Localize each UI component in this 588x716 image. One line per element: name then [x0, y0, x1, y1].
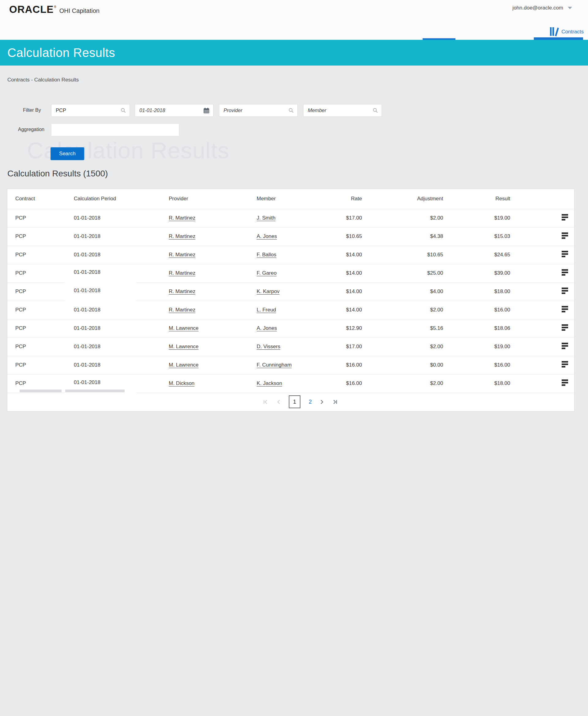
col-header-rate: Rate [333, 189, 362, 209]
menu-icon[interactable] [562, 305, 568, 313]
cell-rate: $14.00 [333, 246, 362, 264]
member-link[interactable]: A. Jones [257, 233, 277, 239]
table-header-row: Contract Calculation Period Provider Mem… [7, 189, 574, 209]
member-link[interactable]: F. Cunningham [257, 362, 292, 368]
cell-rate: $14.00 [333, 264, 362, 282]
cell-result: $16.00 [443, 356, 510, 374]
provider-filter-placeholder: Provider [224, 107, 289, 113]
previous-page-icon[interactable] [276, 399, 280, 404]
col-header-adjustment: Adjustment [362, 189, 443, 209]
member-filter-input[interactable]: Member [303, 104, 382, 117]
table-row: PCP 01-01-2018 M. Lawrence A. Jones $12.… [7, 319, 574, 337]
cell-provider: R. Martinez [169, 209, 257, 227]
cell-member: D. Vissers [257, 337, 333, 356]
aggregation-input[interactable] [51, 123, 179, 136]
menu-icon[interactable] [562, 213, 568, 222]
cell-rate: $17.00 [333, 337, 362, 356]
cell-result: $24.65 [443, 246, 510, 264]
menu-icon[interactable] [562, 342, 568, 350]
cell-provider: M. Lawrence [169, 356, 257, 374]
caret-down-icon [568, 7, 572, 9]
cell-adjustment: $4.00 [362, 282, 443, 301]
member-link[interactable]: L. Freud [257, 307, 276, 313]
menu-icon[interactable] [562, 232, 568, 240]
provider-link[interactable]: R. Martinez [169, 215, 195, 221]
cell-contract: PCP [7, 246, 74, 264]
provider-filter-input[interactable]: Provider [219, 104, 298, 117]
provider-link[interactable]: R. Martinez [169, 270, 195, 276]
magnifier-icon[interactable] [289, 108, 294, 113]
active-tab-underline [534, 37, 583, 40]
member-link[interactable]: F. Gareo [257, 270, 276, 276]
cell-adjustment: $5.16 [362, 319, 443, 337]
period-filter-input[interactable]: 01-01-2018 [135, 104, 213, 117]
provider-link[interactable]: R. Martinez [169, 233, 195, 239]
user-menu[interactable]: john.doe@oracle.com [512, 5, 572, 11]
cell-actions [510, 264, 574, 282]
cell-result: $18.06 [443, 319, 510, 337]
cell-rate: $16.00 [333, 356, 362, 374]
provider-link[interactable]: R. Martinez [169, 289, 195, 294]
menu-icon[interactable] [562, 268, 568, 276]
member-link[interactable]: K. Jackson [257, 380, 282, 386]
calendar-icon[interactable] [203, 107, 209, 113]
cell-adjustment: $0.00 [362, 356, 443, 374]
cell-member: F. Gareo [257, 264, 333, 282]
cell-contract: PCP [7, 227, 74, 246]
menu-icon[interactable] [562, 287, 568, 295]
first-page-icon[interactable] [263, 399, 268, 404]
member-link[interactable]: J. Smith [257, 215, 275, 221]
cell-member: F. Cunningham [257, 356, 333, 374]
provider-link[interactable]: R. Martinez [169, 252, 195, 257]
cell-contract: PCP [7, 209, 74, 227]
cell-calculation-period: 01-01-2018 [74, 227, 169, 246]
brand: ORACLE® OHI Capitation [9, 4, 100, 15]
cell-adjustment: $2.00 [362, 374, 443, 393]
cell-result: $18.00 [443, 282, 510, 301]
cell-actions [510, 319, 574, 337]
page-2-link[interactable]: 2 [309, 399, 312, 405]
oracle-logo: ORACLE [9, 4, 54, 15]
cell-adjustment: $25.00 [362, 264, 443, 282]
provider-link[interactable]: M. Lawrence [169, 325, 198, 331]
books-icon [549, 27, 559, 37]
col-header-result: Result [443, 189, 510, 209]
search-button[interactable]: Search [50, 147, 84, 160]
tab-contracts-label: Contracts [561, 29, 584, 35]
menu-icon[interactable] [562, 250, 568, 258]
menu-icon[interactable] [562, 360, 568, 368]
cell-adjustment: $4.38 [362, 227, 443, 246]
member-link[interactable]: F. Ballos [257, 252, 276, 257]
cell-rate: $17.00 [333, 209, 362, 227]
provider-link[interactable]: M. Lawrence [169, 344, 198, 350]
tab-contracts[interactable]: Contracts [549, 27, 584, 37]
provider-link[interactable]: M. Lawrence [169, 362, 198, 368]
contract-filter-input[interactable]: PCP [51, 104, 130, 117]
top-bar: ORACLE® OHI Capitation john.doe@oracle.c… [0, 0, 588, 40]
cell-actions [510, 301, 574, 319]
cell-actions [510, 209, 574, 227]
member-link[interactable]: D. Vissers [257, 344, 280, 350]
cell-contract: PCP [7, 301, 74, 319]
cell-contract: PCP [7, 337, 74, 356]
menu-icon[interactable] [562, 379, 568, 387]
magnifier-icon[interactable] [121, 108, 126, 113]
provider-link[interactable]: R. Martinez [169, 307, 195, 313]
next-page-icon[interactable] [320, 399, 324, 404]
cell-provider: M. Lawrence [169, 337, 257, 356]
table-row: PCP 01-01-2018 R. Martinez A. Jones $10.… [7, 227, 574, 246]
provider-link[interactable]: M. Dickson [169, 380, 194, 386]
last-page-icon[interactable] [333, 399, 338, 404]
menu-icon[interactable] [562, 323, 568, 332]
col-header-provider: Provider [169, 189, 257, 209]
filter-by-label: Filter By [23, 107, 41, 113]
cell-actions [510, 282, 574, 301]
member-link[interactable]: K. Karpov [257, 289, 280, 294]
magnifier-icon[interactable] [373, 108, 378, 113]
cell-adjustment: $2.00 [362, 209, 443, 227]
cell-member: K. Karpov [257, 282, 333, 301]
member-link[interactable]: A. Jones [257, 325, 277, 331]
cell-adjustment: $2.00 [362, 337, 443, 356]
cell-contract: PCP [7, 264, 74, 282]
current-page-button[interactable]: 1 [289, 395, 300, 408]
